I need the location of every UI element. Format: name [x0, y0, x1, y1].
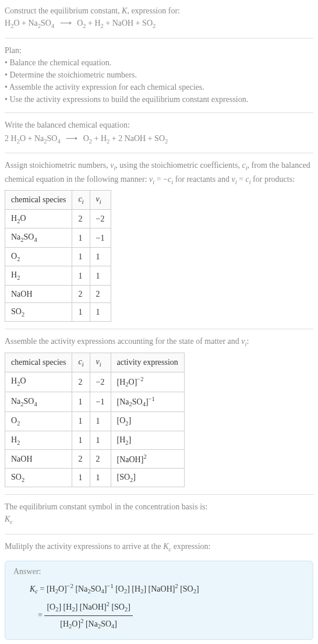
answer-line-2: = [O2] [H2] [NaOH]2 [SO2] [H2O]2 [Na2SO4…: [38, 599, 305, 633]
balanced-title: Write the balanced chemical equation:: [5, 119, 313, 131]
table-row: SO2 1 1 [SO2]: [5, 468, 185, 487]
answer-formula: Kc = [H2O]−2 [Na2SO4]−1 [O2] [H2] [NaOH]…: [30, 581, 305, 632]
equation-lhs: H2O + Na2SO4: [5, 19, 56, 27]
fraction-numerator: [O2] [H2] [NaOH]2 [SO2]: [44, 599, 132, 616]
activity-section: Assemble the activity expressions accoun…: [5, 335, 313, 487]
table-row: O2 1 1 [O2]: [5, 411, 185, 431]
k-symbol: K: [122, 6, 127, 15]
answer-label: Answer:: [13, 567, 305, 576]
text: Construct the equilibrium constant,: [5, 6, 122, 15]
answer-line-1: Kc = [H2O]−2 [Na2SO4]−1 [O2] [H2] [NaOH]…: [30, 581, 305, 597]
table-row: H2O 2 −2 [H2O]−2: [5, 372, 185, 392]
kc-symbol-text: The equilibrium constant symbol in the c…: [5, 501, 313, 513]
table-header-row: chemical species ci νi: [5, 191, 111, 210]
divider: [5, 38, 313, 38]
table-header-row: chemical species ci νi activity expressi…: [5, 353, 185, 372]
plan-item: • Balance the chemical equation.: [5, 57, 313, 69]
divider: [5, 494, 313, 495]
fraction-denominator: [H2O]2 [Na2SO4]: [44, 616, 132, 632]
text: , expression for:: [127, 6, 180, 15]
col-vi: νi: [90, 353, 111, 372]
balanced-equation: 2 H2O + Na2SO4 ⟶ O2 + H2 + 2 NaOH + SO2: [5, 132, 313, 146]
divider: [5, 153, 313, 153]
kc-symbol: Kc: [5, 513, 313, 527]
col-activity: activity expression: [111, 353, 184, 372]
equation-rhs: O2 + H2 + NaOH + SO2: [77, 19, 156, 27]
table-row: Na2SO4 1 −1 [Na2SO4]−1: [5, 392, 185, 411]
fraction: [O2] [H2] [NaOH]2 [SO2] [H2O]2 [Na2SO4]: [44, 599, 132, 633]
table-row: H2 1 1: [5, 266, 111, 286]
col-ci: ci: [72, 353, 90, 372]
plan-item: • Determine the stoichiometric numbers.: [5, 69, 313, 81]
table-row: O2 1 1: [5, 247, 111, 266]
table-row: SO2 1 1: [5, 302, 111, 322]
table-row: NaOH 2 2 [NaOH]2: [5, 450, 185, 469]
table-row: NaOH 2 2: [5, 285, 111, 302]
plan-section: Plan: • Balance the chemical equation. •…: [5, 44, 313, 105]
divider: [5, 534, 313, 534]
reaction-arrow-icon: ⟶: [56, 19, 75, 27]
balanced-equation-section: Write the balanced chemical equation: 2 …: [5, 119, 313, 146]
divider: [5, 329, 313, 329]
answer-box: Answer: Kc = [H2O]−2 [Na2SO4]−1 [O2] [H2…: [5, 561, 313, 640]
table-row: Na2SO4 1 −1: [5, 228, 111, 248]
activity-table: chemical species ci νi activity expressi…: [5, 353, 185, 487]
assign-section: Assign stoichiometric numbers, νi, using…: [5, 159, 313, 322]
kc-symbol-section: The equilibrium constant symbol in the c…: [5, 501, 313, 527]
table-row: H2 1 1 [H2]: [5, 431, 185, 450]
plan-item: • Assemble the activity expression for e…: [5, 81, 313, 93]
col-species: chemical species: [5, 191, 72, 210]
table-row: H2O 2 −2: [5, 209, 111, 228]
plan-title: Plan:: [5, 44, 313, 57]
multiply-section: Mulitply the activity expressions to arr…: [5, 540, 313, 554]
plan-item: • Use the activity expressions to build …: [5, 93, 313, 105]
problem-statement: Construct the equilibrium constant, K, e…: [5, 5, 313, 31]
reaction-arrow-icon: ⟶: [62, 134, 81, 143]
col-species: chemical species: [5, 353, 72, 372]
stoichiometric-table: chemical species ci νi H2O 2 −2 Na2SO4 1…: [5, 190, 111, 322]
divider: [5, 112, 313, 113]
col-vi: νi: [90, 191, 111, 210]
col-ci: ci: [72, 191, 90, 210]
